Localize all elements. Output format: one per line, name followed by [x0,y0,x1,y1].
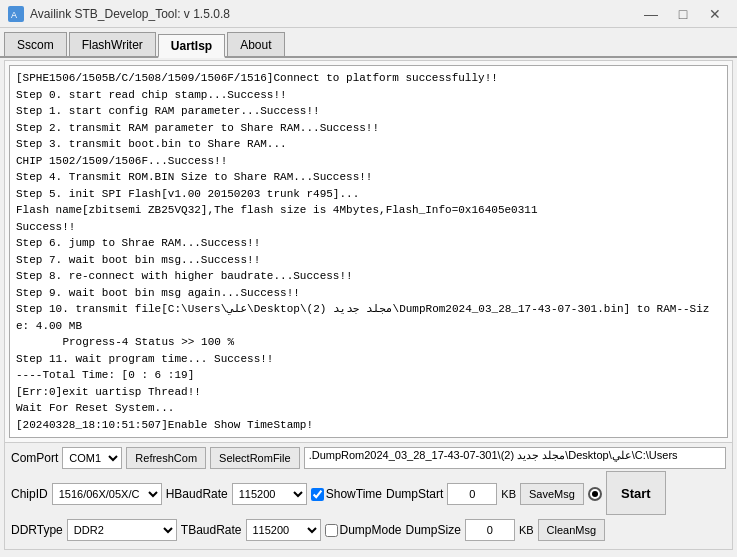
maximize-button[interactable]: □ [669,4,697,24]
dumpstart-label: DumpStart [386,487,443,501]
tab-uartisp[interactable]: UartIsp [158,34,225,58]
file-path-display: C:\Users\علي\Desktop\مجلد جديد (2)\DumpR… [304,447,726,469]
tbaudrate-label: TBaudRate [181,523,242,537]
dumpsize-label: DumpSize [406,523,461,537]
control-row-2: ChipID 1516/06X/05X/C HBaudRate 115200 5… [11,473,726,515]
radio-indicator[interactable] [588,487,602,501]
tab-bar: Sscom FlashWriter UartIsp About [0,28,737,58]
main-panel: [SPHE1506/1505B/C/1508/1509/1506F/1516]C… [4,60,733,550]
showtime-checkbox[interactable] [311,488,324,501]
control-row-3: DDRType DDR2 DDR3 TBaudRate 115200 57600… [11,519,726,541]
minimize-button[interactable]: — [637,4,665,24]
control-row-1: ComPort COM1 RefreshCom SelectRomFile C:… [11,447,726,469]
tab-about[interactable]: About [227,32,284,56]
svg-text:A: A [11,10,17,20]
comport-label: ComPort [11,451,58,465]
tab-sscom[interactable]: Sscom [4,32,67,56]
tab-flashwriter[interactable]: FlashWriter [69,32,156,56]
window-controls: — □ ✕ [637,4,729,24]
window-title: Availink STB_Develop_Tool: v 1.5.0.8 [30,7,230,21]
start-button[interactable]: Start [606,471,666,515]
app-icon: A [8,6,24,22]
close-button[interactable]: ✕ [701,4,729,24]
kb-label-2: KB [519,524,534,536]
kb-label-1: KB [501,488,516,500]
log-output[interactable]: [SPHE1506/1505B/C/1508/1509/1506F/1516]C… [9,65,728,438]
dumpmode-checkbox[interactable] [325,524,338,537]
hbaudrate-label: HBaudRate [166,487,228,501]
ddrtype-select[interactable]: DDR2 DDR3 [67,519,177,541]
title-bar: A Availink STB_Develop_Tool: v 1.5.0.8 —… [0,0,737,28]
refresh-com-button[interactable]: RefreshCom [126,447,206,469]
dumpstart-input[interactable] [447,483,497,505]
title-bar-left: A Availink STB_Develop_Tool: v 1.5.0.8 [8,6,230,22]
tbaudrate-select[interactable]: 115200 57600 [246,519,321,541]
showtime-wrap: ShowTime [311,487,382,501]
savemsg-button[interactable]: SaveMsg [520,483,584,505]
showtime-label: ShowTime [326,487,382,501]
dumpmode-wrap: DumpMode [325,523,402,537]
select-rom-file-button[interactable]: SelectRomFile [210,447,300,469]
dumpmode-label: DumpMode [340,523,402,537]
comport-select[interactable]: COM1 [62,447,122,469]
cleanmsg-button[interactable]: CleanMsg [538,519,606,541]
bottom-controls: ComPort COM1 RefreshCom SelectRomFile C:… [5,442,732,549]
dumpsize-input[interactable] [465,519,515,541]
chipid-select[interactable]: 1516/06X/05X/C [52,483,162,505]
hbaudrate-select[interactable]: 115200 57600 [232,483,307,505]
chipid-label: ChipID [11,487,48,501]
ddrtype-label: DDRType [11,523,63,537]
